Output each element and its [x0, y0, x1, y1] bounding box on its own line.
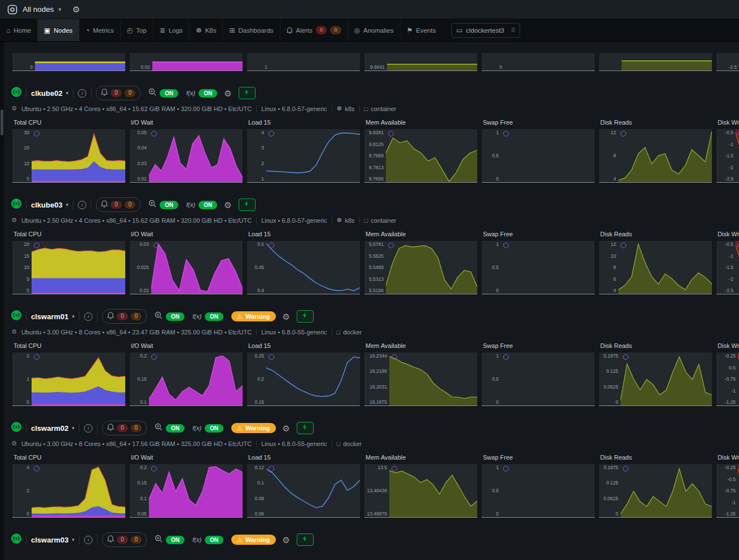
tab-anomalies[interactable]: ◎Anomalies — [347, 19, 400, 41]
node-info-button[interactable]: i — [84, 536, 93, 544]
node-header: clswarm01 ▾ i 0 0 — [11, 309, 739, 324]
scrollbar-thumb[interactable] — [1, 109, 3, 135]
top-icon: ◴ — [127, 27, 133, 34]
chart-panel[interactable]: Load 150.50.450.4 — [247, 231, 360, 294]
node-name-dropdown[interactable]: clkube02 ▾ — [31, 89, 68, 98]
chart-panel[interactable]: Mem Available16.234416.218816.203116.187… — [364, 342, 477, 406]
node-settings-gear-icon[interactable]: ⚙ — [283, 312, 290, 321]
node-chip-k8s[interactable]: ☸k8s — [337, 105, 355, 112]
chart-panel[interactable]: Disk Writes-0.5-1-1.5-2-2.5 — [716, 231, 739, 294]
chart-panel[interactable]: Load 154321 — [247, 119, 360, 183]
chart-panel[interactable]: I/O Wait0.20.150.10.05 — [130, 454, 243, 518]
node-warning-badge[interactable]: ⚠ Warning — [231, 423, 275, 433]
node-chip-docker[interactable]: □docker — [337, 329, 362, 336]
chart-panel[interactable]: Total CPU420 — [12, 454, 125, 518]
fx-toggle[interactable]: f(x) ON — [192, 424, 223, 433]
tab-dashboards[interactable]: ⊞Dashboards — [222, 19, 279, 41]
node-name-dropdown[interactable]: clkube03 ▾ — [31, 201, 68, 209]
chart-panel[interactable]: Disk Reads1284 — [599, 119, 712, 183]
tab-k8s[interactable]: ☸K8s — [189, 19, 223, 41]
tab-logs[interactable]: ≣Logs — [153, 19, 189, 41]
node-settings-gear-icon[interactable]: ⚙ — [224, 89, 231, 98]
zoom-toggle[interactable]: ON — [148, 200, 178, 210]
chart-panel[interactable]: Swap Free10.50 — [482, 454, 595, 518]
zoom-toggle[interactable]: ON — [148, 88, 178, 98]
chart-panel[interactable]: Disk Writes-0.5-1-1.5-2-2.5 — [716, 119, 739, 183]
tab-home[interactable]: ⌂Home — [0, 19, 37, 41]
node-alerts-pill[interactable]: 0 0 — [96, 86, 140, 100]
node-settings-gear-icon[interactable]: ⚙ — [283, 536, 290, 544]
fx-toggle[interactable]: f(x) ON — [186, 201, 217, 209]
tab-metrics[interactable]: ◔Metrics — [79, 19, 120, 41]
chart-panel[interactable]: Disk Reads1210864 — [599, 231, 712, 294]
chart-panel[interactable]: Swap Free10.50 — [482, 119, 595, 183]
chart-panel[interactable]: Disk Reads0.18750.1250.06250 — [599, 454, 712, 518]
chart-panel[interactable]: Swap Free10.50 — [482, 342, 595, 406]
node-chip-container[interactable]: □container — [364, 105, 397, 112]
tab-cldockertest3[interactable]: ▭cldockertest3⠿ — [451, 23, 520, 38]
zoom-toggle[interactable]: ON — [155, 535, 184, 545]
node-chip-docker[interactable]: □docker — [337, 440, 362, 447]
tab-nodes[interactable]: ▣Nodes — [37, 19, 79, 41]
node-name-dropdown[interactable]: clswarm01 ▾ — [31, 312, 74, 321]
fx-toggle[interactable]: f(x) ON — [186, 89, 217, 98]
fx-toggle[interactable]: f(x) ON — [192, 312, 223, 321]
node-name-dropdown[interactable]: clswarm02 ▾ — [31, 424, 74, 433]
axis-tick-label: -0.5 — [725, 241, 733, 247]
chart-panel[interactable]: Disk Writes-0.25-0.5-0.75-1-1.25 — [716, 454, 739, 518]
tab-events[interactable]: ⚑Events — [400, 19, 442, 41]
chart-panel[interactable] — [599, 53, 712, 71]
chart-panel[interactable]: Total CPU3020100 — [12, 119, 125, 183]
chart-panel[interactable]: Load 150.250.20.15 — [247, 342, 360, 406]
container-icon: □ — [364, 105, 368, 112]
node-function-button[interactable] — [239, 199, 256, 211]
node-info-button[interactable]: i — [84, 312, 93, 321]
tab-alerts[interactable]: Alerts00 — [280, 19, 347, 41]
chart-panel[interactable]: Disk Reads0.18750.1250.06250 — [599, 342, 712, 406]
node-info-button[interactable]: i — [78, 89, 86, 98]
chart-panel[interactable]: I/O Wait0.20.150.1 — [130, 342, 243, 406]
node-info-button[interactable]: i — [78, 201, 86, 209]
node-function-button[interactable] — [297, 310, 314, 323]
node-alerts-pill[interactable]: 0 0 — [102, 309, 147, 324]
chart-panel[interactable]: 1 — [247, 53, 360, 71]
tab-top[interactable]: ◴Top — [120, 19, 153, 41]
chart-panel[interactable]: 9.6641 — [364, 53, 477, 71]
node-chip-container[interactable]: □container — [364, 217, 397, 224]
netdata-logo-icon[interactable] — [7, 4, 18, 15]
chart-panel[interactable]: -2.5 — [716, 53, 739, 71]
node-chip-k8s[interactable]: ☸k8s — [337, 217, 355, 224]
chart-panel[interactable]: I/O Wait0.030.0250.02 — [130, 231, 243, 294]
chart-panel[interactable]: Swap Free10.50 — [482, 231, 595, 294]
chart-panel[interactable]: Mem Available13.513.4843813.46875 — [364, 454, 477, 518]
info-icon: i — [84, 424, 93, 433]
node-function-button[interactable] — [239, 87, 256, 99]
chart-panel[interactable]: Total CPU20151050 — [12, 231, 125, 294]
node-alerts-pill[interactable]: 0 0 — [102, 532, 147, 547]
workspace-picker[interactable]: All nodes ▾ — [23, 5, 61, 14]
node-warning-badge[interactable]: ⚠ Warning — [231, 535, 275, 545]
chart-panel[interactable]: 0.02 — [130, 53, 243, 71]
node-name: clkube02 — [31, 89, 63, 98]
node-settings-gear-icon[interactable]: ⚙ — [224, 201, 231, 209]
chart-panel[interactable]: I/O Wait0.050.040.030.02 — [130, 119, 243, 183]
node-function-button[interactable] — [297, 422, 314, 434]
node-alerts-pill[interactable]: 0 0 — [96, 197, 140, 212]
chart-panel[interactable]: Total CPU210 — [12, 342, 125, 406]
chart-panel[interactable]: Mem Available9.82819.81259.79699.78139.7… — [364, 119, 477, 183]
node-settings-gear-icon[interactable]: ⚙ — [283, 424, 290, 433]
node-alerts-pill[interactable]: 0 0 — [102, 421, 147, 435]
zoom-toggle[interactable]: ON — [155, 423, 184, 433]
zoom-toggle[interactable]: ON — [155, 311, 184, 321]
chart-panel[interactable]: Load 150.120.10.080.06 — [247, 454, 360, 518]
settings-gear-icon[interactable]: ⚙ — [69, 4, 83, 15]
chart-panel[interactable]: Mem Available5.57815.56255.54695.53135.5… — [364, 231, 477, 294]
chart-panel[interactable]: 0 — [12, 53, 125, 71]
fx-toggle[interactable]: f(x) ON — [192, 536, 223, 544]
node-info-button[interactable]: i — [84, 424, 93, 433]
chart-panel[interactable]: 0 — [482, 53, 595, 71]
node-name-dropdown[interactable]: clswarm03 ▾ — [31, 536, 74, 544]
chart-panel[interactable]: Disk Writes-0.25-0.5-0.75-1-1.25 — [716, 342, 739, 406]
node-warning-badge[interactable]: ⚠ Warning — [231, 311, 275, 321]
node-function-button[interactable] — [297, 533, 314, 546]
